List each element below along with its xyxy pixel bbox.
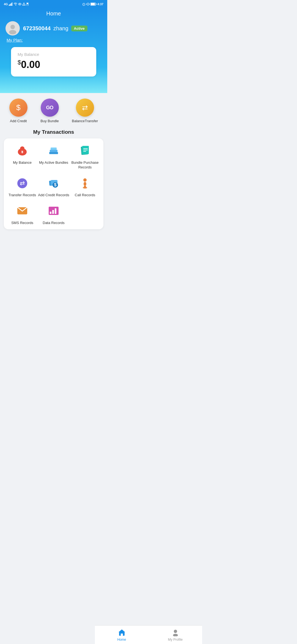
battery-small-icon (26, 2, 29, 6)
balance-amount: $0.00 (18, 59, 90, 70)
avatar (6, 21, 20, 36)
time-display: 4:37 (97, 2, 103, 6)
svg-rect-3 (12, 2, 12, 6)
svg-text:!: ! (24, 4, 24, 5)
svg-point-18 (10, 25, 15, 29)
page-title: Home (6, 10, 102, 17)
svg-rect-23 (49, 152, 58, 154)
sms-records-icon (15, 204, 30, 219)
svg-text:$: $ (54, 182, 57, 187)
hero-section: Home 672350044 zhang Active My Plan: My … (0, 8, 107, 93)
svg-rect-24 (50, 150, 57, 152)
tx-data-records[interactable]: Data Records (38, 204, 69, 225)
my-active-bundles-icon (46, 143, 61, 158)
currency-symbol: $ (18, 59, 21, 66)
balance-transfer-label: BalanceTransfer (72, 119, 98, 123)
data-records-label: Data Records (43, 221, 64, 225)
bundle-purchase-records-icon (78, 143, 92, 158)
my-plan-link[interactable]: My Plan: (7, 38, 23, 42)
quick-actions: $ Add Credit GO Buy Bundle ⇄ BalanceTran… (0, 96, 107, 127)
svg-point-5 (19, 4, 20, 5)
svg-rect-2 (11, 3, 12, 6)
buy-bundle-icon: GO (46, 105, 53, 111)
status-left: 4G ! (4, 2, 29, 6)
transactions-grid: ¥ My Balance My Active Bundles (7, 143, 101, 225)
tx-my-active-bundles[interactable]: My Active Bundles (38, 143, 69, 170)
svg-point-37 (83, 178, 87, 182)
vibrate-icon (86, 2, 90, 6)
bundle-purchase-records-label: Bundle Purchase Records (69, 160, 101, 170)
svg-text:⇄: ⇄ (20, 180, 25, 187)
svg-point-40 (83, 187, 87, 189)
svg-rect-1 (10, 4, 10, 6)
transactions-section-title: My Transactions (0, 127, 107, 138)
main-content: $ Add Credit GO Buy Bundle ⇄ BalanceTran… (0, 93, 107, 251)
svg-point-22 (20, 146, 24, 151)
warning-icon: ! (22, 2, 26, 6)
alarm-icon (82, 2, 86, 6)
svg-rect-25 (51, 148, 57, 150)
call-records-icon (78, 176, 92, 191)
user-row: 672350044 zhang Active (6, 21, 102, 36)
tx-sms-records[interactable]: SMS Records (7, 204, 38, 225)
user-phone: 672350044 (23, 25, 51, 32)
add-credit-icon-circle: $ (9, 99, 28, 117)
action-balance-transfer[interactable]: ⇄ BalanceTransfer (72, 99, 98, 123)
svg-rect-43 (50, 212, 51, 214)
tx-transfer-records[interactable]: ⇄ Transfer Records (7, 176, 38, 198)
tx-my-balance[interactable]: ¥ My Balance (7, 143, 38, 170)
tx-bundle-purchase-records[interactable]: Bundle Purchase Records (69, 143, 101, 170)
buy-bundle-icon-circle: GO (41, 99, 59, 117)
transfer-records-label: Transfer Records (9, 193, 36, 198)
call-records-label: Call Records (75, 193, 95, 198)
svg-point-19 (9, 30, 16, 34)
balance-value: 0.00 (21, 59, 40, 70)
svg-rect-17 (91, 3, 95, 5)
svg-rect-0 (9, 5, 10, 6)
add-credit-label: Add Credit (10, 119, 27, 123)
active-badge: Active (71, 26, 87, 31)
tx-call-records[interactable]: Call Records (69, 176, 101, 198)
add-credit-icon: $ (16, 103, 21, 112)
data-records-icon (46, 204, 61, 219)
balance-transfer-icon-circle: ⇄ (76, 99, 94, 117)
status-bar: 4G ! 4:37 (0, 0, 107, 8)
transactions-card: ¥ My Balance My Active Bundles (4, 138, 103, 229)
tx-add-credit-records[interactable]: $ Add Credit Records (38, 176, 69, 198)
balance-label: My Balance (18, 52, 90, 57)
balance-card: My Balance $0.00 (11, 47, 96, 77)
my-active-bundles-label: My Active Bundles (39, 160, 68, 165)
svg-rect-39 (84, 186, 86, 187)
svg-rect-16 (96, 4, 96, 5)
sms-records-label: SMS Records (11, 221, 33, 225)
buy-bundle-label: Buy Bundle (40, 119, 59, 123)
network-indicator: 4G (4, 2, 8, 6)
svg-point-38 (84, 182, 86, 186)
signal-icon (9, 2, 13, 6)
action-add-credit[interactable]: $ Add Credit (9, 99, 28, 123)
svg-rect-44 (52, 210, 54, 214)
balance-transfer-icon: ⇄ (82, 103, 88, 112)
battery-icon (90, 2, 97, 6)
transfer-records-icon: ⇄ (15, 176, 30, 191)
svg-rect-12 (87, 3, 89, 5)
add-credit-records-icon: $ (46, 176, 61, 191)
eye-icon (18, 2, 21, 6)
my-balance-label: My Balance (13, 160, 32, 165)
svg-rect-8 (27, 3, 28, 4)
svg-rect-45 (55, 208, 56, 214)
user-name: zhang (53, 25, 68, 32)
action-buy-bundle[interactable]: GO Buy Bundle (40, 99, 59, 123)
status-right: 4:37 (82, 2, 103, 6)
add-credit-records-label: Add Credit Records (38, 193, 69, 198)
user-info: 672350044 zhang Active (23, 25, 87, 32)
wifi-icon (13, 2, 17, 6)
my-balance-icon: ¥ (15, 143, 30, 158)
